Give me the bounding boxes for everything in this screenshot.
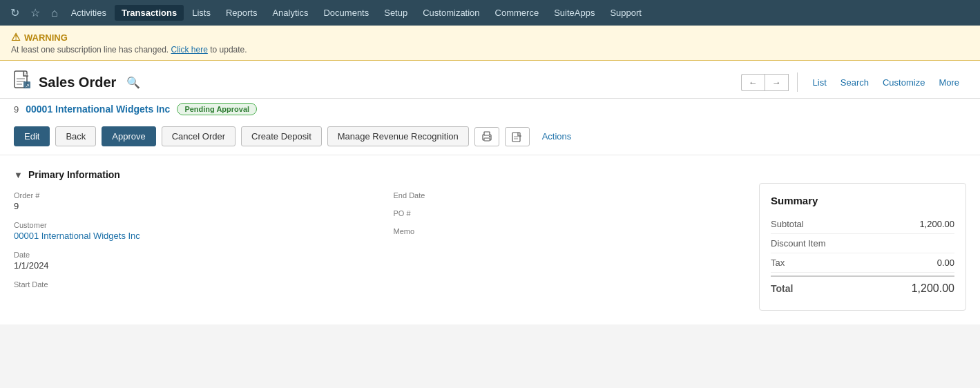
warning-bar: ⚠ WARNING At least one subscription line… (0, 26, 980, 61)
order-number-field: Order # 9 (14, 191, 366, 211)
nav-suiteapps[interactable]: SuiteApps (547, 5, 602, 21)
tax-label: Tax (771, 258, 785, 268)
right-panel: Summary Subtotal 1,200.00 Discount Item … (759, 169, 980, 311)
main-content: ↗ Sales Order 🔍 ← → List Search Customiz… (0, 61, 980, 324)
create-deposit-button[interactable]: Create Deposit (241, 126, 322, 146)
company-name-link[interactable]: 00001 International Widgets Inc (26, 104, 170, 115)
discount-row: Discount Item (771, 234, 954, 253)
svg-rect-7 (484, 132, 490, 135)
page-title: Sales Order (39, 75, 116, 90)
tax-value: 0.00 (937, 258, 954, 268)
warning-message: At least one subscription line has chang… (11, 45, 969, 55)
separator (797, 72, 798, 92)
total-row: Total 1,200.00 (771, 275, 954, 299)
start-date-field: Start Date (14, 280, 366, 289)
order-number: 9 (14, 104, 19, 115)
export-button[interactable] (505, 127, 530, 146)
warning-icon: ⚠ (11, 31, 20, 43)
search-button[interactable]: Search (834, 75, 876, 90)
action-bar: Edit Back Approve Cancel Order Create De… (0, 121, 980, 155)
more-button[interactable]: More (932, 75, 966, 90)
document-icon: ↗ (14, 70, 32, 94)
top-navigation: ↻ ☆ ⌂ Activities Transactions Lists Repo… (0, 0, 980, 26)
customer-value-link[interactable]: 00001 International Widgets Inc (14, 231, 366, 241)
end-date-label: End Date (394, 191, 746, 200)
date-value: 1/1/2024 (14, 260, 366, 271)
start-date-label: Start Date (14, 280, 366, 289)
primary-info-section-header: ▼ Primary Information (14, 169, 745, 180)
page-title-area: ↗ Sales Order 🔍 (14, 70, 144, 94)
subtotal-label: Subtotal (771, 219, 804, 229)
edit-button[interactable]: Edit (14, 126, 50, 146)
star-icon[interactable]: ☆ (26, 3, 45, 22)
home-icon[interactable]: ⌂ (46, 4, 63, 22)
primary-info-form: Order # 9 Customer 00001 International W… (14, 191, 745, 298)
nav-setup[interactable]: Setup (377, 5, 414, 21)
total-label: Total (771, 283, 793, 294)
list-button[interactable]: List (806, 75, 834, 90)
prev-record-button[interactable]: ← (741, 74, 765, 91)
search-icon[interactable]: 🔍 (123, 75, 144, 90)
summary-title: Summary (771, 195, 954, 206)
memo-field: Memo (394, 227, 746, 235)
body-area: ▼ Primary Information Order # 9 Customer… (0, 155, 980, 324)
warning-title-text: WARNING (24, 32, 68, 43)
back-button[interactable]: Back (55, 126, 96, 146)
approve-button[interactable]: Approve (102, 126, 155, 146)
summary-box: Summary Subtotal 1,200.00 Discount Item … (759, 183, 966, 311)
status-badge: Pending Approval (177, 103, 257, 115)
history-icon[interactable]: ↻ (6, 3, 24, 22)
date-label: Date (14, 251, 366, 259)
section-title: Primary Information (28, 169, 120, 180)
cancel-order-button[interactable]: Cancel Order (162, 126, 236, 146)
nav-documents[interactable]: Documents (316, 5, 376, 21)
warning-link[interactable]: Click here (171, 45, 208, 55)
total-value: 1,200.00 (912, 282, 954, 295)
po-number-label: PO # (394, 209, 746, 217)
date-field: Date 1/1/2024 (14, 251, 366, 271)
manage-revenue-button[interactable]: Manage Revenue Recognition (327, 126, 469, 146)
svg-point-9 (489, 136, 490, 137)
nav-commerce[interactable]: Commerce (488, 5, 546, 21)
customer-label: Customer (14, 221, 366, 229)
actions-button[interactable]: Actions (538, 128, 576, 144)
customer-field: Customer 00001 International Widgets Inc (14, 221, 366, 241)
section-collapse-toggle[interactable]: ▼ (14, 170, 23, 180)
memo-label: Memo (394, 227, 746, 235)
po-number-field: PO # (394, 209, 746, 217)
nav-customization[interactable]: Customization (416, 5, 486, 21)
page-header: ↗ Sales Order 🔍 ← → List Search Customiz… (0, 61, 980, 99)
nav-support[interactable]: Support (603, 5, 648, 21)
print-button[interactable] (474, 127, 499, 146)
order-number-value: 9 (14, 201, 366, 211)
sub-header: 9 00001 International Widgets Inc Pendin… (0, 99, 980, 121)
customize-button[interactable]: Customize (876, 75, 932, 90)
svg-text:↗: ↗ (25, 83, 30, 89)
subtotal-row: Subtotal 1,200.00 (771, 215, 954, 234)
tax-row: Tax 0.00 (771, 253, 954, 273)
nav-activities[interactable]: Activities (64, 5, 113, 21)
page-header-actions: ← → List Search Customize More (741, 72, 966, 92)
svg-rect-8 (484, 138, 490, 141)
subtotal-value: 1,200.00 (919, 219, 954, 229)
nav-lists[interactable]: Lists (185, 5, 218, 21)
nav-transactions[interactable]: Transactions (115, 5, 184, 21)
left-panel: ▼ Primary Information Order # 9 Customer… (0, 155, 759, 311)
order-number-label: Order # (14, 191, 366, 200)
end-date-field: End Date (394, 191, 746, 200)
next-record-button[interactable]: → (765, 74, 789, 91)
nav-reports[interactable]: Reports (219, 5, 265, 21)
discount-label: Discount Item (771, 238, 825, 249)
nav-analytics[interactable]: Analytics (265, 5, 315, 21)
